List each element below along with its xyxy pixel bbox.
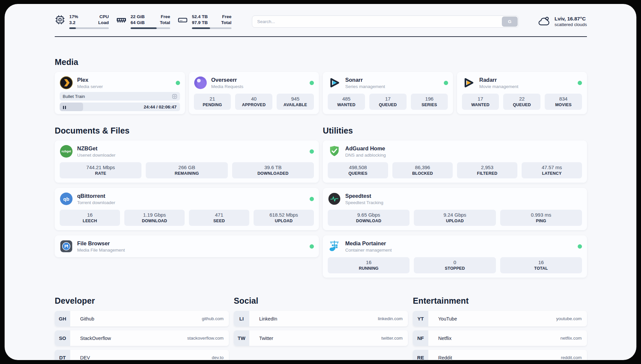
bookmark-reddit[interactable]: RE Reddit reddit.com <box>413 350 587 360</box>
search-go-button[interactable]: G <box>502 16 518 27</box>
stat-series: 196SERIES <box>411 94 448 110</box>
app-card-radarr[interactable]: Radarr Movie management 17WANTED 22QUEUE… <box>457 72 587 114</box>
bookmark-url: reddit.com <box>561 355 582 360</box>
disk-widget: 52.4 TB97.9 TB FreeTotal <box>177 14 231 29</box>
section-heading-utilities: Utilities <box>323 126 587 136</box>
app-title: Overseerr <box>211 77 244 83</box>
bookmark-name: Netflix <box>438 336 451 341</box>
ram-widget: 22 GiB64 GiB FreeTotal <box>116 14 170 29</box>
bookmark-abbr: RE <box>413 350 428 360</box>
status-dot <box>578 81 582 85</box>
stat-seed: 471SEED <box>189 210 249 226</box>
bookmark-name: Github <box>80 316 94 321</box>
app-card-overseerr[interactable]: Overseerr Media Requests 21PENDING 40APP… <box>189 72 319 114</box>
weather-location-temp: Lviv, 16.87°C <box>555 16 587 22</box>
utilities-column: Utilities AdGuard Home <box>323 126 587 278</box>
pause-icon <box>63 105 66 109</box>
overseerr-icon <box>194 76 207 89</box>
section-heading-documents: Documents & Files <box>55 126 319 136</box>
movie-icon <box>172 94 177 99</box>
stat-upload: 618.52 MbpsUPLOAD <box>254 210 314 226</box>
bookmark-github[interactable]: GH Github github.com <box>55 311 229 326</box>
filebrowser-icon <box>60 240 73 253</box>
portainer-icon <box>328 240 341 253</box>
status-dot <box>310 149 314 154</box>
bookmark-url: linkedin.com <box>378 316 403 321</box>
app-card-plex[interactable]: Plex Media server Bullet Train <box>55 72 185 114</box>
bookmark-dev[interactable]: DT DEV dev.to <box>55 350 229 360</box>
stat-wanted: 485WANTED <box>328 94 365 110</box>
svg-text:nzbget: nzbget <box>62 150 71 153</box>
app-subtitle: Container management <box>345 248 392 253</box>
documents-column: Documents & Files nzbget NZBGet Usenet d… <box>55 126 319 278</box>
plex-icon <box>60 76 73 89</box>
dashboard-page: 17%3.2 CPULoad <box>5 4 636 360</box>
bookmark-name: DEV <box>80 355 90 360</box>
bookmark-stackoverflow[interactable]: SO StackOverflow stackoverflow.com <box>55 330 229 346</box>
app-subtitle: Usenet downloader <box>77 153 115 158</box>
cpu-widget: 17%3.2 CPULoad <box>55 14 109 29</box>
stat-remaining: 266 GBREMAINING <box>146 162 228 178</box>
media-card-grid: Plex Media server Bullet Train <box>55 72 587 114</box>
stat-queued: 17QUEUED <box>369 94 407 110</box>
app-title: AdGuard Home <box>345 145 386 152</box>
bookmark-youtube[interactable]: YT YouTube youtube.com <box>413 311 587 326</box>
bookmark-abbr: SO <box>55 330 70 346</box>
weather-widget: Lviv, 16.87°C scattered clouds <box>538 16 587 27</box>
section-heading-social: Social <box>234 296 408 306</box>
bookmark-url: youtube.com <box>556 316 582 321</box>
app-card-qbittorrent[interactable]: qb qBittorrent Torrent downloader 16LEEC… <box>55 188 319 230</box>
stat-wanted: 17WANTED <box>462 94 499 110</box>
bookmark-name: StackOverflow <box>80 336 111 341</box>
bookmark-linkedin[interactable]: LI LinkedIn linkedin.com <box>234 311 408 326</box>
bookmark-netflix[interactable]: NF Netflix netflix.com <box>413 330 587 346</box>
speedtest-icon <box>328 192 341 205</box>
app-subtitle: Movie management <box>479 84 519 89</box>
disk-values: 52.4 TB97.9 TB <box>192 14 208 26</box>
ram-icon <box>116 15 127 25</box>
qbittorrent-icon: qb <box>60 192 73 205</box>
adguard-icon <box>328 145 341 158</box>
stat-download: 1.19 GbpsDOWNLOAD <box>124 210 185 226</box>
app-subtitle: Speedtest Tracking <box>345 200 383 205</box>
app-card-sonarr[interactable]: Sonarr Series management 485WANTED 17QUE… <box>323 72 453 114</box>
app-card-nzbget[interactable]: nzbget NZBGet Usenet downloader 744.21 M… <box>55 140 319 183</box>
cloud-icon <box>538 16 550 27</box>
now-playing-row: Bullet Train <box>60 92 180 101</box>
status-dot <box>310 197 314 201</box>
bookmark-abbr: LI <box>234 311 249 326</box>
app-subtitle: DNS and adblocking <box>345 153 386 158</box>
app-subtitle: Media File Management <box>77 248 125 253</box>
disk-labels: FreeTotal <box>221 14 231 26</box>
stat-approved: 40APPROVED <box>235 94 272 110</box>
app-card-filebrowser[interactable]: File Browser Media File Management <box>55 235 319 257</box>
sonarr-icon <box>328 76 341 89</box>
app-title: Radarr <box>479 77 519 83</box>
bookmark-twitter[interactable]: TW Twitter twitter.com <box>234 330 408 346</box>
bookmark-url: netflix.com <box>560 336 582 341</box>
bookmark-url: stackoverflow.com <box>187 336 224 341</box>
app-subtitle: Media server <box>77 84 103 89</box>
bookmark-abbr: GH <box>55 311 70 326</box>
stat-total: 16TOTAL <box>500 257 582 273</box>
middle-section: Documents & Files nzbget NZBGet Usenet d… <box>55 126 587 278</box>
app-card-speedtest[interactable]: Speedtest Speedtest Tracking 9.65 GbpsDO… <box>323 188 587 230</box>
stat-queries: 498,508QUERIES <box>328 162 388 178</box>
bookmark-name: Twitter <box>259 336 273 341</box>
bookmark-url: twitter.com <box>381 336 403 341</box>
app-card-adguard[interactable]: AdGuard Home DNS and adblocking 498,508Q… <box>323 140 587 183</box>
section-heading-entertainment: Entertainment <box>413 296 587 306</box>
stat-stopped: 0STOPPED <box>414 257 496 273</box>
app-subtitle: Media Requests <box>211 84 244 89</box>
disk-icon <box>177 15 188 25</box>
app-subtitle: Torrent downloader <box>77 200 115 205</box>
search-input[interactable] <box>252 15 519 28</box>
app-card-portainer[interactable]: Media Portainer Container management 16R… <box>323 235 587 278</box>
stat-download: 9.65 GbpsDOWNLOAD <box>328 210 410 226</box>
status-dot <box>176 81 180 85</box>
search-bar: G <box>252 15 519 28</box>
status-dot <box>444 81 448 85</box>
nzbget-icon: nzbget <box>60 145 73 158</box>
app-title: qBittorrent <box>77 193 115 199</box>
playback-progress-bar: 24:44 / 02:06:47 <box>60 103 180 111</box>
